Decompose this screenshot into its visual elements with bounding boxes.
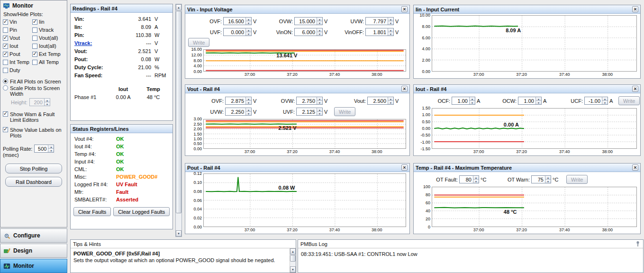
spinner-up-icon[interactable]	[246, 108, 251, 112]
spinner-up-icon[interactable]	[246, 28, 251, 32]
x-axis: 37:00 37:20 37:40 38:00	[203, 149, 405, 155]
spinner-down-icon[interactable]	[473, 180, 479, 183]
vin-write-button[interactable]: Write	[188, 38, 209, 47]
plot-toggle-duty[interactable]: Duty	[3, 66, 32, 74]
iout-ocw-spinner[interactable]: 1.00	[518, 97, 542, 105]
spinner-down-icon[interactable]	[545, 180, 551, 183]
iout-ocf-spinner[interactable]: 1.00	[452, 97, 475, 105]
plot-toggle-int-temp[interactable]: Int Temp	[3, 58, 32, 66]
spinner-up-icon[interactable]	[317, 28, 322, 32]
spinner-up-icon[interactable]	[470, 97, 475, 101]
spinner-down-icon[interactable]	[602, 101, 608, 104]
spinner-up-icon[interactable]	[48, 145, 54, 149]
plot-toggle-iout[interactable]: Iout	[3, 42, 32, 50]
close-icon[interactable]	[401, 164, 408, 171]
spinner-down-icon[interactable]	[246, 32, 251, 36]
spinner-down-icon[interactable]	[246, 21, 251, 25]
spinner-up-icon[interactable]	[545, 176, 551, 180]
spinner-up-icon[interactable]	[317, 18, 322, 21]
nav-monitor[interactable]: Monitor	[0, 259, 67, 273]
ot-warn-spinner[interactable]: 75	[531, 175, 551, 183]
spinner-up-icon[interactable]	[317, 108, 322, 112]
vout-ovw-spinner[interactable]: 2.750	[296, 97, 323, 105]
clear-logged-faults-button[interactable]: Clear Logged Faults	[113, 207, 170, 216]
vin-ovw-spinner[interactable]: 15.000	[294, 17, 323, 25]
spinner-down-icon[interactable]	[317, 101, 322, 104]
spinner-down-icon[interactable]	[317, 21, 322, 25]
plot-toggle-vout[interactable]: Vout	[3, 34, 32, 42]
spinner-up-icon[interactable]	[536, 97, 541, 101]
spinner-down-icon[interactable]	[388, 32, 393, 36]
scrollbar-track[interactable]	[290, 255, 296, 266]
nav-configure[interactable]: Configure	[0, 228, 67, 243]
spinner-down-icon[interactable]	[317, 32, 322, 36]
spinner-up-icon[interactable]	[388, 18, 393, 21]
vin-uvf-spinner[interactable]: 0.000	[223, 28, 252, 36]
vout-uvf-spinner[interactable]: 2.125	[296, 108, 323, 116]
spinner-down-icon[interactable]	[317, 112, 322, 115]
plot-toggle-iout-all[interactable]: Iout(all)	[32, 42, 64, 50]
spinner-up-icon[interactable]	[388, 97, 393, 101]
y-tick-label: 0.12	[193, 171, 202, 176]
iout-write-button[interactable]: Write	[618, 96, 640, 105]
spinner-up-icon[interactable]	[388, 28, 393, 32]
vout-uvw-spinner[interactable]: 2.250	[225, 108, 252, 116]
plot-toggle-vout-all[interactable]: Vout(all)	[32, 34, 64, 42]
show-warn-fault-editors-checkbox[interactable]: Show Warn & Fault Limit Editors	[0, 111, 67, 123]
fit-all-plots-radio[interactable]: Fit All Plots on Screen	[0, 78, 67, 85]
vout-write-button[interactable]: Write	[334, 107, 355, 116]
spinner-up-icon[interactable]	[317, 97, 322, 101]
vin-ovf-spinner[interactable]: 16.500	[223, 17, 252, 25]
stop-polling-button[interactable]: Stop Polling	[5, 164, 62, 173]
vout-ovf-spinner[interactable]: 2.875	[225, 97, 252, 105]
spinner-down-icon[interactable]	[536, 101, 541, 104]
scroll-up-icon[interactable]	[290, 248, 296, 255]
tips-scrollbar[interactable]	[290, 248, 296, 273]
scroll-down-icon[interactable]	[176, 230, 181, 237]
rail-dashboard-button[interactable]: Rail Dashboard	[5, 177, 62, 187]
scrollbar-track[interactable]	[176, 10, 181, 230]
spinner-up-icon[interactable]	[246, 18, 251, 21]
scrollbar-thumb[interactable]	[176, 11, 181, 213]
vin-on-spinner[interactable]: 6.000	[294, 28, 323, 36]
spinner-up-icon[interactable]	[602, 97, 608, 101]
spinner-up-icon[interactable]	[473, 176, 479, 180]
plot-toggle-vtrack[interactable]: Vtrack	[32, 26, 64, 34]
scroll-up-icon[interactable]	[176, 4, 181, 10]
spinner-down-icon[interactable]	[388, 21, 393, 25]
show-value-labels-checkbox[interactable]: Show Value Labels on Plots	[0, 127, 67, 139]
iout-ucf-spinner[interactable]: -1.00	[584, 97, 608, 105]
scale-plots-radio[interactable]: Scale Plots to Screen Width	[0, 85, 67, 97]
spinner-up-icon[interactable]	[246, 97, 251, 101]
spinner-down-icon[interactable]	[48, 149, 54, 152]
vtrack-link[interactable]: Vtrack:	[74, 40, 92, 46]
scrollbar-thumb[interactable]	[290, 255, 296, 262]
temp-write-button[interactable]: Write	[566, 175, 588, 184]
ot-fault-spinner[interactable]: 80	[459, 175, 479, 183]
spinner-down-icon[interactable]	[246, 112, 251, 115]
close-icon[interactable]	[632, 86, 638, 92]
vin-off-spinner[interactable]: 1.801	[365, 28, 394, 36]
plot-toggle-iin[interactable]: Iin	[32, 18, 64, 26]
clear-faults-button[interactable]: Clear Faults	[73, 207, 111, 216]
scroll-down-icon[interactable]	[290, 266, 296, 273]
spinner-down-icon[interactable]	[470, 101, 475, 104]
plot-toggle-all-temp[interactable]: All Temp	[32, 58, 64, 66]
plot-toggle-pin[interactable]: Pin	[3, 26, 32, 34]
vin-uvw-spinner[interactable]: 7.797	[365, 17, 394, 25]
close-icon[interactable]	[401, 86, 408, 92]
y-tick-label: 0.10	[193, 180, 202, 184]
plot-toggle-pout[interactable]: Pout	[3, 50, 32, 58]
polling-rate-spinner[interactable]: 500	[34, 145, 54, 153]
close-icon[interactable]	[632, 6, 638, 12]
close-icon[interactable]	[401, 6, 408, 12]
spinner-down-icon[interactable]	[246, 101, 251, 104]
plots-scrollbar[interactable]	[175, 4, 182, 237]
plot-toggle-vin[interactable]: Vin	[3, 18, 32, 26]
vout-cmd-spinner[interactable]: 2.500	[367, 97, 394, 105]
nav-design[interactable]: Design	[0, 244, 67, 258]
close-icon[interactable]	[632, 164, 638, 171]
pin-icon[interactable]	[635, 241, 641, 247]
spinner-down-icon[interactable]	[388, 101, 393, 104]
plot-toggle-ext-temp[interactable]: Ext Temp	[32, 50, 64, 58]
